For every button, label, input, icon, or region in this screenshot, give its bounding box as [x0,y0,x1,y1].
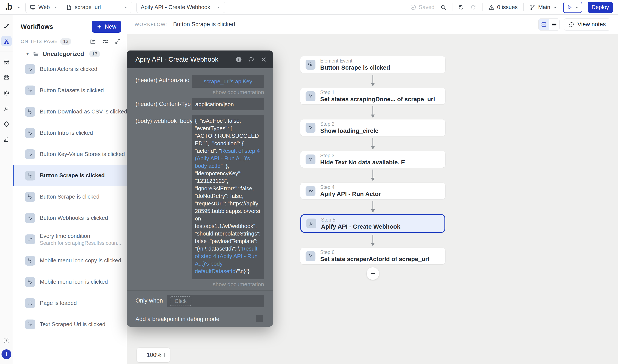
saved-label: Saved [419,4,435,11]
flow-arrow-down-icon [370,201,376,213]
workflow-list-item[interactable]: Button Datasets is clicked [13,80,127,101]
modal-body: (header) Authorizatio scrape_url's apiKe… [127,68,273,327]
card-view-button[interactable] [539,19,549,30]
show-documentation-link[interactable]: show documentation [213,89,264,96]
workflow-step-card[interactable]: Step 4 Apify API - Run Actor [300,183,445,199]
step-title: Set state scraperActorId of scrape_url [320,256,429,263]
info-icon[interactable] [235,56,242,63]
logo-chevron-down-icon[interactable] [16,5,21,10]
workflow-item-title: Button Scrape is clicked [40,193,99,200]
sidebar-item-components[interactable] [1,57,12,67]
list-view-button[interactable] [549,19,559,30]
modal-divider [127,290,273,290]
filter-sliders-icon[interactable] [102,38,108,45]
authorization-input[interactable]: scrape_url's apiKey [192,75,264,88]
workflow-step-card[interactable]: Step 6 Set state scraperActorId of scrap… [300,248,445,264]
platform-select-value: Web [39,4,50,11]
chevron-down-icon [553,5,558,10]
expand-panel-icon[interactable] [115,38,121,45]
breakpoint-label: Add a breakpoint in debug mode [135,316,219,323]
sidebar-item-logs[interactable] [1,134,12,145]
modal-header[interactable]: Apify API - Create Webhook [127,51,273,68]
branch-selector[interactable]: Main [529,4,558,11]
intercom-chat-button[interactable]: I [1,349,11,359]
workflow-folder-uncategorized[interactable]: ▾ Uncategorized 13 [25,50,121,58]
redo-icon[interactable] [470,4,477,11]
platform-select[interactable]: Web [26,2,62,13]
new-workflow-button[interactable]: New [92,21,121,33]
cursor-click-icon [27,215,33,221]
breakpoint-checkbox[interactable] [256,315,263,322]
zoom-out-button[interactable] [141,352,147,358]
webhook-body-input[interactable]: { "isAdHoc": false, "eventTypes": [ "ACT… [192,115,264,279]
workflow-step-card[interactable]: Step 3 Hide Text No data available. E [300,151,445,168]
click-placeholder[interactable]: Click [170,296,191,306]
new-folder-icon[interactable] [90,38,96,45]
flow-arrow-down-icon [370,138,376,150]
comment-bubble-icon[interactable] [247,56,255,63]
deploy-button[interactable]: Deploy [588,2,613,13]
context-select-group: Web scrape_url [25,2,132,13]
sidebar-item-styles[interactable] [1,88,12,98]
field-label-webhook-body: (body) webhook_body [135,118,193,124]
plug-icon [3,105,10,112]
bubble-logo[interactable]: .b [5,2,12,12]
page-file-icon [66,4,72,11]
add-step-button[interactable] [367,267,379,280]
plus-icon [161,352,167,358]
cursor-click-icon [27,151,33,157]
chevron-down-icon [123,5,128,10]
sidebar-item-workflows[interactable] [1,36,12,46]
workflow-list-item[interactable]: Mobile menu icon copy is clicked [13,250,127,271]
field-label-content-type: (header) Content-Typ [135,101,191,107]
workflow-select[interactable]: Apify API - Create Webhook [136,2,225,13]
workflow-list-item[interactable]: Button Webhooks is clicked [13,207,127,229]
sidebar-item-design[interactable] [1,21,12,31]
workflow-item-title: Mobile menu icon is clicked [40,278,108,285]
field-label-authorization: (header) Authorizatio [135,77,189,84]
workflow-list-item[interactable]: Button Scrape is clicked [13,186,127,207]
workflow-list-item[interactable]: Every time condition Search for scraping… [13,229,127,250]
workflow-list-item[interactable]: Button Intro is clicked [13,122,127,143]
undo-icon[interactable] [458,4,464,11]
zoom-control: 100% [137,348,170,362]
workflow-list-item[interactable]: Button Download as CSV is clicked [13,101,127,122]
loading-icon [27,300,33,306]
workflow-item-title: Button Intro is clicked [40,130,93,136]
workflow-item-title: Button Download as CSV is clicked [40,108,127,115]
card-view-icon [541,22,547,27]
sidebar-item-settings[interactable] [1,119,12,129]
sidebar-item-data[interactable] [1,72,12,83]
help-icon[interactable] [3,337,10,344]
step-title: Apify API - Create Webhook [321,223,400,230]
panel-title: Workflows [21,23,53,30]
show-documentation-link[interactable]: show documentation [213,281,264,288]
workflow-list-item[interactable]: Button Scrape is clicked [13,165,127,186]
content-type-input[interactable]: application/json [192,98,264,110]
cursor-icon [308,156,313,162]
workflow-step-card[interactable]: Step 2 Show loading_circle [300,119,445,136]
workflow-step-card[interactable]: Step 1 Set states scrapingDone... of scr… [300,88,445,104]
close-icon[interactable] [260,56,267,63]
workflow-list-item[interactable]: Page is loaded [13,292,127,314]
cursor-icon [308,125,313,131]
page-select[interactable]: scrape_url [62,2,132,13]
workflow-step-card[interactable]: Element Event Button Scrape is clicked [300,56,445,73]
workflow-list-item[interactable]: Text Scraped Url is clicked [13,314,127,335]
issues-indicator[interactable]: 0 issues [488,4,518,11]
preview-run-button[interactable] [563,2,582,13]
zoom-in-button[interactable] [161,352,167,358]
plug-icon [308,188,313,194]
list-view-icon [551,22,557,27]
step-title: Button Scrape is clicked [320,64,390,71]
workflow-list-item[interactable]: Button Actors is clicked [13,58,127,80]
workflow-list-item[interactable]: Mobile menu icon is clicked [13,271,127,292]
page-select-value: scrape_url [75,4,101,11]
toolbar-divider [523,3,524,11]
only-when-input[interactable]: Click [167,295,264,307]
search-icon[interactable] [440,4,447,11]
workflow-list-item[interactable]: Button Key-Value Stores is clicked [13,143,127,165]
workflow-step-card[interactable]: Step 5 Apify API - Create Webhook [300,214,445,233]
view-notes-button[interactable]: View notes [564,18,610,30]
sidebar-item-plugins[interactable] [1,103,12,114]
